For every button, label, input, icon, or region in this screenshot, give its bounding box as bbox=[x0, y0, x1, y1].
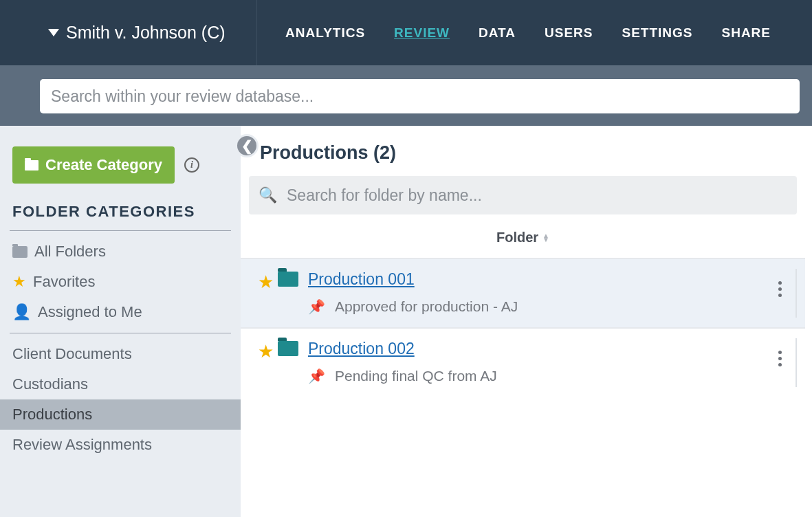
folder-row: ★Production 002📌Pending final QC from AJ bbox=[241, 327, 805, 397]
nav-tab-analytics[interactable]: ANALYTICS bbox=[285, 25, 365, 41]
sidebar-item-productions[interactable]: Productions bbox=[0, 399, 241, 430]
top-bar: Smith v. Johnson (C) ANALYTICSREVIEWDATA… bbox=[0, 0, 812, 65]
row-menu-button[interactable] bbox=[774, 277, 786, 301]
sidebar-item-favorites[interactable]: ★Favorites bbox=[0, 267, 241, 297]
content-pane: ❮ Productions (2) 🔍 Folder ▲▼ ★Productio… bbox=[241, 126, 812, 517]
sidebar-item-label: Review Assignments bbox=[12, 436, 152, 454]
sidebar-item-custodians[interactable]: Custodians bbox=[0, 369, 241, 399]
row-divider bbox=[795, 269, 797, 318]
folder-icon bbox=[278, 340, 308, 359]
global-search-band bbox=[0, 65, 812, 126]
nav-tabs: ANALYTICSREVIEWDATAUSERSSETTINGSSHARE bbox=[285, 25, 771, 41]
create-category-button[interactable]: Create Category bbox=[12, 146, 175, 184]
pin-icon: 📌 bbox=[308, 298, 325, 315]
folder-search-input[interactable] bbox=[287, 186, 787, 205]
sort-icon: ▲▼ bbox=[542, 234, 549, 242]
sidebar-item-client-documents[interactable]: Client Documents bbox=[0, 339, 241, 369]
dropdown-triangle-icon bbox=[48, 29, 59, 36]
sidebar-item-review-assignments[interactable]: Review Assignments bbox=[0, 430, 241, 460]
favorite-star-button[interactable]: ★ bbox=[253, 340, 278, 362]
system-category-list: All Folders★Favorites👤Assigned to Me bbox=[0, 231, 241, 333]
info-icon[interactable]: i bbox=[184, 157, 199, 173]
folder-title-link[interactable]: Production 002 bbox=[308, 340, 415, 358]
star-icon: ★ bbox=[12, 274, 26, 289]
sidebar-item-label: Client Documents bbox=[12, 345, 132, 363]
create-category-label: Create Category bbox=[45, 156, 162, 174]
person-icon: 👤 bbox=[12, 305, 31, 320]
pin-icon: 📌 bbox=[308, 368, 325, 384]
folder-icon bbox=[25, 160, 39, 170]
sidebar-item-label: All Folders bbox=[34, 243, 106, 261]
sidebar-item-label: Assigned to Me bbox=[38, 303, 142, 321]
row-divider bbox=[795, 338, 797, 387]
project-dropdown[interactable]: Smith v. Johnson (C) bbox=[48, 0, 257, 65]
folder-note-text: Approved for production - AJ bbox=[335, 298, 518, 315]
sidebar-heading: FOLDER CATEGORIES bbox=[0, 192, 241, 230]
project-name: Smith v. Johnson (C) bbox=[66, 23, 226, 43]
sidebar-item-all-folders[interactable]: All Folders bbox=[0, 236, 241, 267]
nav-tab-review[interactable]: REVIEW bbox=[394, 25, 450, 41]
table-header[interactable]: Folder ▲▼ bbox=[241, 214, 805, 258]
main: Create Category i FOLDER CATEGORIES All … bbox=[0, 126, 812, 517]
global-search-input[interactable] bbox=[40, 79, 800, 113]
sidebar: Create Category i FOLDER CATEGORIES All … bbox=[0, 126, 241, 517]
search-icon: 🔍 bbox=[259, 186, 277, 204]
sidebar-item-label: Productions bbox=[12, 406, 92, 424]
favorite-star-button[interactable]: ★ bbox=[253, 270, 278, 293]
folder-rows: ★Production 001📌Approved for production … bbox=[241, 258, 805, 397]
nav-tab-users[interactable]: USERS bbox=[545, 25, 593, 41]
folder-icon bbox=[12, 246, 28, 258]
folder-note: 📌Approved for production - AJ bbox=[308, 298, 793, 315]
user-category-list: Client DocumentsCustodiansProductionsRev… bbox=[0, 333, 241, 465]
nav-tab-settings[interactable]: SETTINGS bbox=[622, 25, 692, 41]
content-title: Productions (2) bbox=[241, 126, 805, 172]
column-folder-label: Folder bbox=[496, 230, 538, 245]
folder-row: ★Production 001📌Approved for production … bbox=[241, 258, 805, 327]
create-row: Create Category i bbox=[0, 137, 241, 192]
sidebar-item-label: Favorites bbox=[33, 273, 95, 291]
folder-title-link[interactable]: Production 001 bbox=[308, 270, 415, 289]
sidebar-item-label: Custodians bbox=[12, 375, 88, 393]
folder-note-text: Pending final QC from AJ bbox=[335, 368, 497, 384]
nav-tab-data[interactable]: DATA bbox=[479, 25, 516, 41]
sidebar-item-assigned-to-me[interactable]: 👤Assigned to Me bbox=[0, 297, 241, 327]
row-menu-button[interactable] bbox=[774, 346, 786, 371]
folder-search-bar: 🔍 bbox=[249, 176, 797, 214]
chevron-left-icon: ❮ bbox=[241, 138, 253, 154]
folder-icon bbox=[278, 270, 308, 289]
nav-tab-share[interactable]: SHARE bbox=[721, 25, 771, 41]
folder-note: 📌Pending final QC from AJ bbox=[308, 368, 793, 384]
collapse-sidebar-button[interactable]: ❮ bbox=[235, 134, 259, 157]
